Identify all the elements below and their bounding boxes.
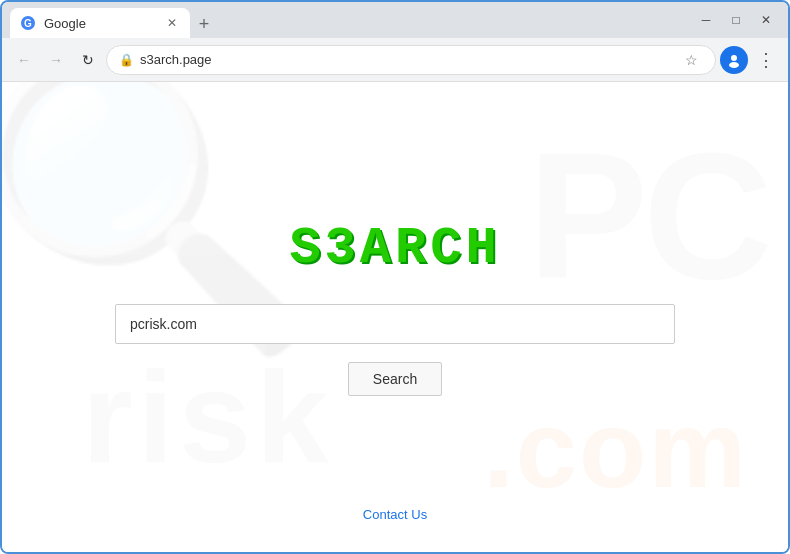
new-tab-button[interactable]: + [190, 10, 218, 38]
svg-point-3 [729, 62, 739, 68]
address-bar: ← → ↻ 🔒 s3arch.page ☆ ⋮ [2, 38, 788, 82]
active-tab[interactable]: G Google ✕ [10, 8, 190, 38]
tab-favicon: G [20, 15, 36, 31]
tab-title: Google [44, 16, 156, 31]
watermark-com: .com [483, 385, 748, 512]
search-container: S3ARCH Search [95, 219, 695, 396]
maximize-button[interactable]: □ [722, 6, 750, 34]
bookmark-icon[interactable]: ☆ [679, 48, 703, 72]
page-content: 🔍 PC risk .com S3ARCH Search Contact Us [2, 82, 788, 552]
tab-close-button[interactable]: ✕ [164, 15, 180, 31]
window-controls: ─ □ ✕ [692, 6, 780, 34]
minimize-button[interactable]: ─ [692, 6, 720, 34]
svg-text:G: G [24, 18, 32, 29]
title-bar: G Google ✕ + ─ □ ✕ [2, 2, 788, 38]
forward-button[interactable]: → [42, 46, 70, 74]
browser-window: G Google ✕ + ─ □ ✕ ← → ↻ 🔒 s3arch.page ☆ [0, 0, 790, 554]
search-input[interactable] [115, 304, 675, 344]
logo-area: S3ARCH [289, 219, 500, 278]
contact-us-link[interactable]: Contact Us [363, 507, 427, 522]
lock-icon: 🔒 [119, 53, 134, 67]
site-logo: S3ARCH [289, 219, 500, 278]
browser-menu-button[interactable]: ⋮ [752, 46, 780, 74]
search-button[interactable]: Search [348, 362, 442, 396]
profile-icon [726, 52, 742, 68]
search-input-wrapper [95, 304, 695, 344]
close-button[interactable]: ✕ [752, 6, 780, 34]
svg-point-2 [731, 55, 737, 61]
url-text: s3arch.page [140, 52, 673, 67]
back-button[interactable]: ← [10, 46, 38, 74]
url-bar[interactable]: 🔒 s3arch.page ☆ [106, 45, 716, 75]
tab-area: G Google ✕ + [10, 2, 692, 38]
refresh-button[interactable]: ↻ [74, 46, 102, 74]
profile-button[interactable] [720, 46, 748, 74]
